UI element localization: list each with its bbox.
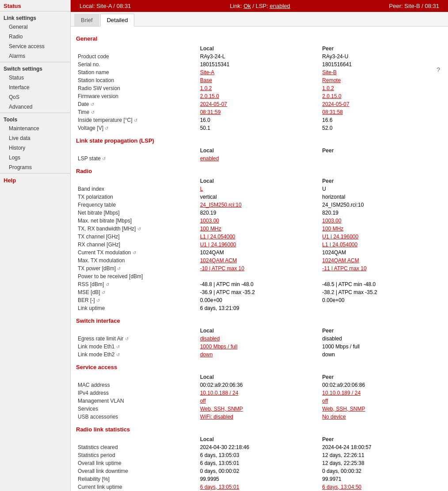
date-local-link[interactable]: 2024-05-07: [200, 101, 227, 107]
sync-icon: ↺: [91, 102, 94, 107]
sync-icon: ↺: [125, 336, 129, 341]
table-row: TX polarization vertical horizontal: [76, 193, 443, 201]
header-link-lsp[interactable]: enabled: [270, 3, 290, 9]
sidebar-item-advanced[interactable]: Advanced: [0, 102, 70, 112]
sidebar-item-history[interactable]: History: [0, 143, 70, 153]
table-row: Overall link uptime 6 days, 13:05:01 12 …: [76, 459, 443, 467]
remote-link[interactable]: Remote: [322, 77, 341, 83]
sidebar-tools-label: Tools: [0, 114, 70, 124]
general-table: Local Peer Product code RAy3-24-L RAy3-2…: [76, 45, 443, 132]
sidebar-item-radio[interactable]: Radio: [0, 32, 70, 42]
radio-link-stats-table: Local Peer Statistics cleared 2024-04-30…: [76, 435, 443, 491]
base-link[interactable]: Base: [200, 77, 212, 83]
fw-peer-link[interactable]: 2.0.15.0: [322, 93, 341, 99]
sync-icon: ↺: [116, 352, 120, 357]
sync-icon: ↺: [91, 110, 95, 115]
sidebar-link-settings-label: Link settings: [0, 12, 70, 22]
date-peer-link[interactable]: 2024-05-07: [322, 101, 349, 107]
sidebar-item-maintenance[interactable]: Maintenance: [0, 124, 70, 133]
sidebar-status-label: Status: [0, 0, 70, 10]
sidebar-item-live-data[interactable]: Live data: [0, 133, 70, 143]
section-title-radio: Radio: [76, 168, 443, 174]
cur-uptime-peer-link[interactable]: 6 days, 13:04:50: [322, 484, 361, 490]
site-a-link[interactable]: Site-A: [200, 69, 215, 76]
sidebar-item-programs[interactable]: Programs: [0, 162, 70, 172]
table-row: Max. net bitrate [Mbps] 1003.00 1003.00: [76, 217, 443, 225]
max-bitrate-local-link[interactable]: 1003.00: [200, 218, 219, 224]
table-row: RSS [dBm] ↺ -48.8 | ATPC min -48.0 -48.5…: [76, 280, 443, 288]
table-row: Firmware version 2.0.15.0 2.0.15.0: [76, 92, 443, 100]
services-peer-link[interactable]: Web, SSH, SNMP: [322, 406, 365, 412]
table-row: TX power [dBm] ↺ -10 | ATPC max 10 -11 |…: [76, 264, 443, 272]
usb-local-link[interactable]: WiFi: disabled: [200, 414, 233, 420]
sidebar-item-general[interactable]: General: [0, 22, 70, 32]
table-row: USB accessories WiFi: disabled No device: [76, 413, 443, 421]
table-row: Max. TX modulation 1024QAM ACM 1024QAM A…: [76, 257, 443, 264]
radio-sw-local-link[interactable]: 1.0.2: [200, 85, 212, 91]
ipv4-local-link[interactable]: 10.10.0.188 / 24: [200, 390, 239, 396]
radio-sw-peer-link[interactable]: 1.0.2: [322, 85, 334, 91]
help-button[interactable]: ?: [437, 66, 440, 73]
tx-ch-peer-link[interactable]: U1 | 24.196000: [322, 234, 358, 240]
section-title-general: General: [76, 35, 443, 42]
content-area: General Local Peer Product code RAy3-24-…: [71, 26, 448, 491]
cur-uptime-local-link[interactable]: 6 days, 13:05:01: [200, 484, 239, 490]
table-row: TX, RX bandwidth [MHz] ↺ 100 MHz 100 MHz: [76, 225, 443, 233]
vlan-peer-link[interactable]: off: [322, 398, 328, 404]
freq-local-link[interactable]: 24_ISM250.rci:10: [200, 202, 242, 208]
lsp-state-link[interactable]: enabled: [200, 155, 219, 162]
radio-table: Local Peer Band index L U TX polarizatio…: [76, 177, 443, 312]
usb-peer-link[interactable]: No device: [322, 414, 345, 420]
egress-air-local-link[interactable]: disabled: [200, 336, 220, 342]
header-link: Link: Ok / LSP: enabled: [230, 3, 290, 9]
table-row: Reliability [%] 99.9995 99.9971: [76, 475, 443, 483]
eth2-local-link[interactable]: down: [200, 351, 213, 358]
sidebar-item-interface[interactable]: Interface: [0, 83, 70, 92]
section-title-radio-link-stats: Radio link statistics: [76, 426, 443, 433]
sidebar-help-label: Help: [0, 174, 70, 185]
sync-icon: ↺: [137, 227, 141, 231]
band-local-link[interactable]: L: [200, 186, 203, 192]
eth1-local-link[interactable]: 1000 Mbps / full: [200, 344, 238, 350]
sidebar-item-status[interactable]: Status: [0, 73, 70, 83]
ipv4-peer-link[interactable]: 10.10.0.189 / 24: [322, 390, 361, 396]
sidebar-item-logs[interactable]: Logs: [0, 153, 70, 162]
header-local: Local: Site-A / 08:31: [80, 3, 131, 9]
rx-ch-peer-link[interactable]: L1 | 24.054000: [322, 242, 357, 248]
sync-icon: ↺: [116, 344, 120, 349]
table-row: TX channel [GHz] L1 | 24.054000 U1 | 24.…: [76, 233, 443, 241]
table-row: Serial no. 1801515341 1801516641: [76, 60, 443, 68]
max-mod-peer-link[interactable]: 1024QAM ACM: [322, 257, 359, 264]
main-area: Local: Site-A / 08:31 Link: Ok / LSP: en…: [71, 0, 448, 491]
bw-local-link[interactable]: 100 MHz: [200, 226, 221, 232]
sidebar-item-service-access[interactable]: Service access: [0, 42, 70, 51]
bw-peer-link[interactable]: 100 MHz: [322, 226, 343, 232]
table-row: Power to be received [dBm]: [76, 272, 443, 280]
sync-icon: ↺: [102, 290, 105, 295]
tx-ch-local-link[interactable]: L1 | 24.054000: [200, 234, 235, 240]
fw-local-link[interactable]: 2.0.15.0: [200, 93, 219, 99]
services-local-link[interactable]: Web, SSH, SNMP: [200, 406, 243, 412]
time-local-link[interactable]: 08:31:59: [200, 109, 221, 115]
table-row: Time ↺ 08:31:59 08:31:58: [76, 108, 443, 116]
tabs-bar: Brief Detailed: [71, 12, 448, 26]
tx-pwr-peer-link[interactable]: -11 | ATPC max 10: [322, 265, 366, 272]
sync-icon: ↺: [134, 118, 137, 123]
tab-detailed[interactable]: Detailed: [100, 14, 135, 26]
tx-pwr-local-link[interactable]: -10 | ATPC max 10: [200, 265, 244, 272]
section-title-switch-interface: Switch interface: [76, 317, 443, 324]
table-row: BER [-] ↺ 0.00e+00 0.00e+00: [76, 296, 443, 304]
vlan-local-link[interactable]: off: [200, 398, 206, 404]
tab-brief[interactable]: Brief: [74, 14, 99, 26]
header-link-ok[interactable]: Ok: [243, 3, 251, 9]
max-mod-local-link[interactable]: 1024QAM ACM: [200, 257, 237, 264]
time-peer-link[interactable]: 08:31:58: [322, 109, 343, 115]
table-row: MAC address 00:02:a9:20:06:36 00:02:a9:2…: [76, 381, 443, 389]
sync-icon: ↺: [102, 156, 106, 161]
rx-ch-local-link[interactable]: U1 | 24.196000: [200, 242, 236, 248]
site-b-link[interactable]: Site-B: [322, 69, 337, 76]
sidebar-item-alarms[interactable]: Alarms: [0, 51, 70, 61]
sidebar-item-qos[interactable]: QoS: [0, 92, 70, 102]
max-bitrate-peer-link[interactable]: 1003.00: [322, 218, 341, 224]
table-row: Link mode Eth1 ↺ 1000 Mbps / full 1000 M…: [76, 343, 443, 351]
